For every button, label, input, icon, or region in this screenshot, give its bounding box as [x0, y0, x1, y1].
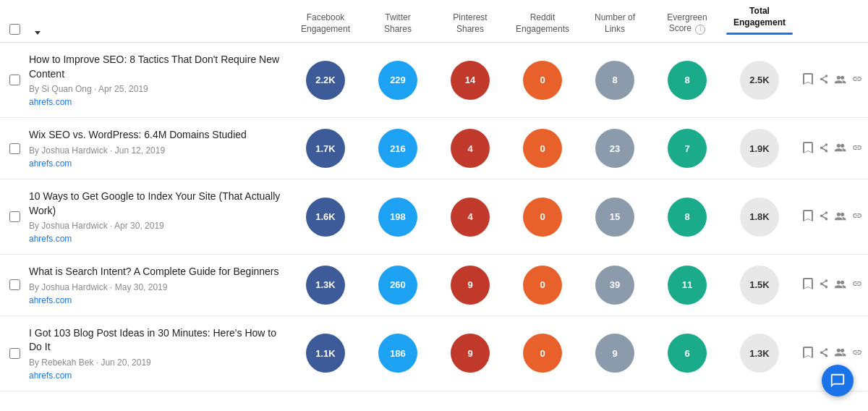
row-facebook-2: 1.6K: [289, 198, 362, 237]
row-checkbox-0[interactable]: [9, 75, 20, 85]
col-label-reddit: RedditEngagements: [516, 12, 569, 34]
bookmark-icon-0[interactable]: [803, 73, 813, 87]
row-content-2: 10 Ways to Get Google to Index Your Site…: [29, 190, 289, 244]
link-icon-1[interactable]: [852, 143, 862, 155]
link-icon-4[interactable]: [852, 347, 862, 360]
row-checkbox-4[interactable]: [9, 348, 20, 359]
pinterest-circle-3: 9: [451, 266, 490, 305]
bookmark-icon-1[interactable]: [803, 142, 813, 156]
row-checkbox-cell-3: [0, 279, 29, 290]
row-facebook-4: 1.1K: [289, 334, 362, 373]
col-header-links[interactable]: Number ofLinks: [579, 12, 651, 35]
row-links-4: 9: [579, 334, 651, 373]
twitter-circle-0: 229: [378, 61, 417, 100]
row-link-2[interactable]: ahrefs.com: [29, 234, 72, 244]
rows-container: How to Improve SEO: 8 Tactics That Don't…: [0, 43, 868, 391]
row-meta-3: By Joshua Hardwick · May 30, 2019: [29, 282, 282, 292]
evergreen-circle-3: 11: [668, 266, 707, 305]
row-pinterest-3: 9: [434, 266, 506, 305]
row-facebook-1: 1.7K: [289, 129, 362, 168]
bookmark-icon-4[interactable]: [803, 347, 813, 360]
col-label-pinterest: PinterestShares: [453, 12, 487, 34]
share-icon-2[interactable]: [819, 211, 829, 223]
share-icon-0[interactable]: [819, 74, 829, 86]
select-all-checkbox[interactable]: [9, 24, 20, 35]
row-checkbox-3[interactable]: [9, 279, 20, 290]
row-evergreen-1: 7: [651, 129, 723, 168]
users-icon-1[interactable]: [835, 143, 846, 154]
share-icon-3[interactable]: [819, 279, 829, 291]
users-icon-4[interactable]: [835, 347, 846, 359]
row-content-1: Wix SEO vs. WordPress: 6.4M Domains Stud…: [29, 128, 289, 169]
row-actions-1: [796, 142, 868, 156]
links-circle-4: 9: [595, 334, 634, 373]
row-link-3[interactable]: ahrefs.com: [29, 295, 72, 305]
row-links-1: 23: [579, 129, 651, 168]
table-row: What is Search Intent? A Complete Guide …: [0, 255, 868, 316]
row-total-1: 1.9K: [723, 129, 796, 168]
row-reddit-2: 0: [506, 198, 579, 237]
col-header-twitter[interactable]: TwitterShares: [362, 12, 434, 35]
users-icon-2[interactable]: [835, 211, 846, 223]
row-checkbox-cell-0: [0, 75, 29, 85]
row-links-0: 8: [579, 61, 651, 100]
row-actions-2: [796, 210, 868, 224]
col-header-pinterest[interactable]: PinterestShares: [434, 12, 506, 35]
select-action-button[interactable]: [29, 31, 174, 35]
row-link-0[interactable]: ahrefs.com: [29, 97, 72, 107]
users-icon-0[interactable]: [835, 75, 846, 86]
row-actions-4: [796, 347, 868, 360]
col-label-twitter: TwitterShares: [384, 12, 412, 34]
table-row: I Got 103 Blog Post Ideas in 30 Minutes:…: [0, 316, 868, 391]
share-icon-4[interactable]: [819, 347, 829, 360]
col-header-facebook[interactable]: FacebookEngagement: [289, 12, 362, 35]
row-reddit-0: 0: [506, 61, 579, 100]
evergreen-circle-2: 8: [668, 198, 707, 237]
evergreen-circle-1: 7: [668, 129, 707, 168]
chat-button[interactable]: [822, 365, 854, 391]
col-header-total[interactable]: TotalEngagement: [723, 6, 796, 35]
reddit-circle-2: 0: [523, 198, 562, 237]
row-evergreen-0: 8: [651, 61, 723, 100]
link-icon-0[interactable]: [852, 74, 862, 86]
total-circle-0: 2.5K: [740, 61, 779, 100]
row-content-3: What is Search Intent? A Complete Guide …: [29, 265, 289, 305]
pinterest-circle-2: 4: [451, 198, 490, 237]
row-checkbox-2[interactable]: [9, 211, 20, 222]
row-twitter-1: 216: [362, 129, 434, 168]
facebook-circle-2: 1.6K: [306, 198, 345, 237]
links-circle-3: 39: [595, 266, 634, 305]
row-actions-0: [796, 73, 868, 87]
row-actions-3: [796, 278, 868, 292]
col-header-evergreen[interactable]: EvergreenScore i: [651, 12, 723, 35]
row-title-0: How to Improve SEO: 8 Tactics That Don't…: [29, 53, 282, 81]
row-checkbox-1[interactable]: [9, 143, 20, 154]
total-circle-4: 1.3K: [740, 334, 779, 373]
row-meta-1: By Joshua Hardwick · Jun 12, 2019: [29, 145, 282, 156]
bookmark-icon-2[interactable]: [803, 210, 813, 224]
row-checkbox-cell-1: [0, 143, 29, 154]
col-header-reddit[interactable]: RedditEngagements: [506, 12, 579, 35]
link-icon-3[interactable]: [852, 279, 862, 291]
row-evergreen-4: 6: [651, 334, 723, 373]
bookmark-icon-3[interactable]: [803, 278, 813, 292]
col-label-facebook: FacebookEngagement: [301, 12, 350, 34]
share-icon-1[interactable]: [819, 143, 829, 155]
pinterest-circle-0: 14: [451, 61, 490, 100]
row-total-2: 1.8K: [723, 198, 796, 237]
row-title-2: 10 Ways to Get Google to Index Your Site…: [29, 190, 282, 218]
evergreen-info-icon[interactable]: i: [695, 25, 705, 35]
row-facebook-0: 2.2K: [289, 61, 362, 100]
chevron-down-icon: [35, 31, 41, 35]
row-reddit-1: 0: [506, 129, 579, 168]
header-checkbox-cell: [0, 24, 29, 35]
twitter-circle-1: 216: [378, 129, 417, 168]
total-circle-1: 1.9K: [740, 129, 779, 168]
table-header: FacebookEngagement TwitterShares Pintere…: [0, 0, 868, 43]
row-link-1[interactable]: ahrefs.com: [29, 158, 72, 169]
row-link-4[interactable]: ahrefs.com: [29, 370, 72, 381]
link-icon-2[interactable]: [852, 211, 862, 223]
links-circle-1: 23: [595, 129, 634, 168]
row-evergreen-3: 11: [651, 266, 723, 305]
users-icon-3[interactable]: [835, 279, 846, 291]
